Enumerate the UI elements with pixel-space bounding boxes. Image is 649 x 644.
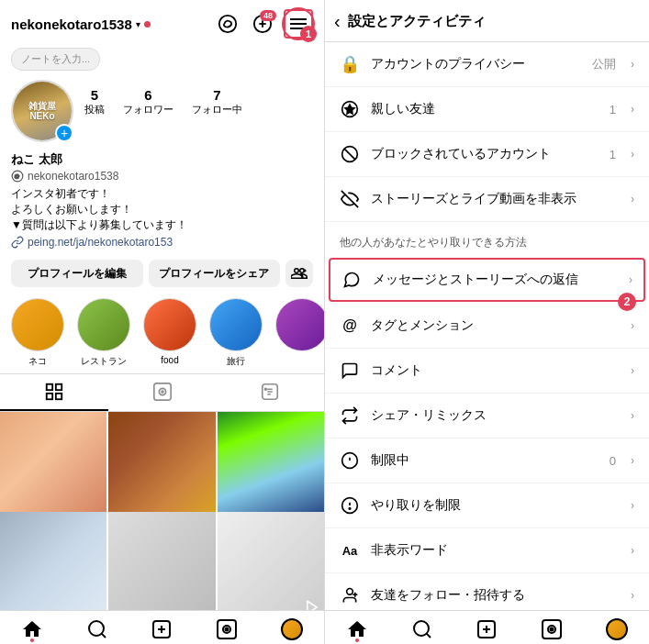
avatar-text: 雑貨屋NEKo <box>28 101 56 121</box>
nav-search[interactable] <box>65 618 130 640</box>
settings-item-share[interactable]: シェア・リミックス › <box>325 394 649 439</box>
highlight-item-food[interactable]: food <box>143 298 196 368</box>
nav-reels[interactable] <box>195 618 260 640</box>
right-nav-add[interactable] <box>454 618 520 640</box>
location-icon: @ <box>11 170 24 183</box>
lock-icon: 🔒 <box>340 54 360 74</box>
grid-cell-5[interactable] <box>108 512 215 610</box>
tab-tagged[interactable] <box>216 374 324 411</box>
hide-stories-icon <box>340 189 360 209</box>
svg-marker-30 <box>345 105 354 114</box>
settings-value-privacy: 公開 <box>592 56 616 72</box>
highlight-item-misc[interactable] <box>275 298 324 368</box>
settings-item-comments[interactable]: コメント › <box>325 349 649 394</box>
settings-item-privacy[interactable]: 🔒 アカウントのプライバシー 公開 › <box>325 42 649 87</box>
settings-label-hidden-words: 非表示ワード <box>371 542 616 559</box>
svg-point-0 <box>219 16 236 32</box>
avatar-add-button[interactable]: + <box>55 124 73 142</box>
tab-reels[interactable] <box>108 374 217 411</box>
grid-cell-3[interactable] <box>218 412 324 518</box>
right-nav-reels[interactable] <box>520 618 585 640</box>
chevron-right-icon-7: › <box>631 364 634 377</box>
add-post-icon-button[interactable]: 48 <box>249 10 276 38</box>
menu-button[interactable]: 1 <box>284 9 313 39</box>
display-name: ねこ 太郎 <box>11 151 313 168</box>
nav-add[interactable] <box>129 618 195 640</box>
at-icon: @ <box>340 316 360 336</box>
settings-item-messages[interactable]: メッセージとストーリーズへの返信 › 2 <box>329 258 645 302</box>
back-button[interactable]: ‹ <box>334 11 341 32</box>
svg-point-39 <box>349 508 351 510</box>
svg-rect-11 <box>47 384 52 390</box>
header-icons: 48 1 <box>214 9 313 39</box>
note-input[interactable]: ノートを入力... <box>11 48 100 71</box>
highlight-item-restaurant[interactable]: レストラン <box>77 298 130 368</box>
highlight-circle-misc <box>275 298 324 351</box>
section-header-interactions: 他の人があなたとやり取りできる方法 <box>325 222 649 256</box>
settings-label-comments: コメント <box>371 362 616 379</box>
nav-profile[interactable] <box>259 618 324 640</box>
settings-item-close-friends[interactable]: 親しい友達 1 › <box>325 87 649 132</box>
nav-home-dot <box>30 638 34 642</box>
settings-label-messages: メッセージとストーリーズへの返信 <box>373 272 614 288</box>
right-nav-home[interactable] <box>325 618 390 640</box>
chevron-right-icon-12: › <box>631 589 634 602</box>
stat-posts: 5 投稿 <box>84 87 105 117</box>
invite-icon <box>340 585 360 605</box>
nav-profile-avatar <box>281 618 303 640</box>
settings-item-tags[interactable]: @ タグとメンション › <box>325 304 649 349</box>
right-nav-search[interactable] <box>390 618 455 640</box>
chevron-down-icon[interactable]: ▾ <box>136 19 140 29</box>
grid-cell-4[interactable] <box>0 512 106 610</box>
settings-item-hide-stories[interactable]: ストーリーズとライブ動画を非表示 › <box>325 177 649 222</box>
svg-point-43 <box>414 621 429 636</box>
settings-item-blocked[interactable]: ブロックされているアカウント 1 › <box>325 132 649 177</box>
grid-cell-6[interactable] <box>218 512 324 610</box>
profile-section: 雑貨屋NEKo + 5 投稿 6 フォロワー 7 フォロー中 <box>0 74 324 150</box>
settings-label-privacy: アカウントのプライバシー <box>371 56 581 72</box>
edit-profile-button[interactable]: プロフィールを編集 <box>11 260 143 287</box>
right-panel-title: 設定とアクティビティ <box>348 13 486 30</box>
annotation-number-1: 1 <box>300 26 317 42</box>
highlight-item-travel[interactable]: 旅行 <box>209 298 263 368</box>
left-bottom-nav <box>0 610 324 644</box>
tab-grid[interactable] <box>0 374 108 411</box>
restrict-icon <box>340 450 360 471</box>
threads-icon-button[interactable] <box>214 10 241 38</box>
highlight-item-cat[interactable]: ネコ <box>11 298 64 368</box>
stat-followers-label: フォロワー <box>123 103 173 117</box>
settings-item-restrict[interactable]: 制限中 0 › <box>325 439 649 483</box>
hidden-words-icon: Aa <box>340 540 360 561</box>
handle-row: @ nekonekotaro1538 <box>11 170 313 183</box>
settings-item-invite[interactable]: 友達をフォロー・招待する › <box>325 573 649 610</box>
settings-item-limit[interactable]: やり取りを制限 › <box>325 483 649 528</box>
settings-value-close-friends: 1 <box>610 103 616 117</box>
svg-point-50 <box>551 628 554 631</box>
settings-item-hidden-words[interactable]: Aa 非表示ワード › <box>325 528 649 573</box>
chevron-right-icon-9: › <box>631 454 634 467</box>
nav-home[interactable] <box>0 618 65 640</box>
settings-label-tags: タグとメンション <box>371 317 616 334</box>
stat-following-label: フォロー中 <box>192 103 242 117</box>
stat-posts-label: 投稿 <box>84 103 105 117</box>
svg-rect-15 <box>153 383 170 400</box>
highlight-circle-restaurant <box>77 298 130 351</box>
share-profile-button[interactable]: プロフィールをシェア <box>149 260 281 287</box>
chevron-right-icon-3: › <box>631 148 634 161</box>
right-nav-profile[interactable] <box>584 618 649 640</box>
link-text: peing.net/ja/nekonekotaro153 <box>28 236 173 249</box>
grid-cell-2[interactable] <box>108 412 215 518</box>
settings-label-invite: 友達をフォロー・招待する <box>371 587 616 604</box>
grid-cell-1[interactable] <box>0 412 106 518</box>
handle-text: nekonekotaro1538 <box>28 170 118 183</box>
bio-section: ねこ 太郎 @ nekonekotaro1538 インスタ初者です！ よろしくお… <box>0 150 324 254</box>
share-icon <box>340 405 360 426</box>
svg-line-32 <box>344 149 355 160</box>
svg-point-19 <box>265 389 267 391</box>
add-person-button[interactable] <box>285 260 313 287</box>
stat-followers-number: 6 <box>123 87 173 103</box>
profile-link[interactable]: peing.net/ja/nekonekotaro153 <box>11 236 313 249</box>
avatar-wrapper: 雑貨屋NEKo + <box>11 80 73 142</box>
action-buttons: プロフィールを編集 プロフィールをシェア <box>0 254 324 293</box>
right-header: ‹ 設定とアクティビティ <box>325 0 649 42</box>
